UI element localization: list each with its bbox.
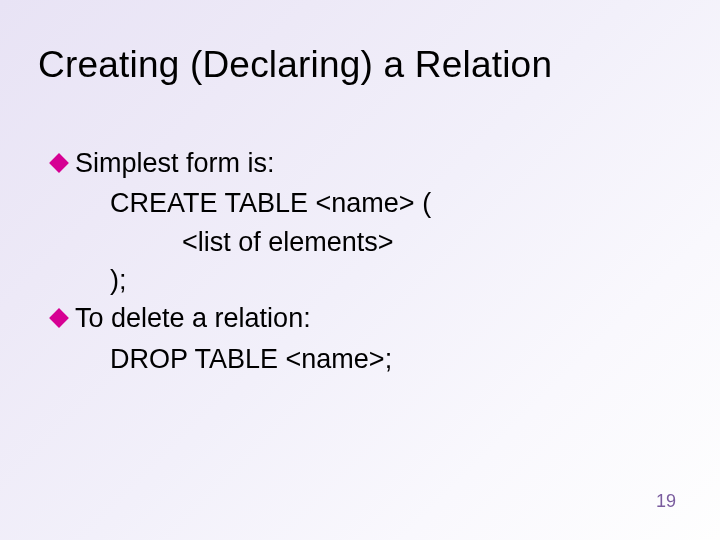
code-line: <list of elements> — [52, 223, 670, 261]
slide-title: Creating (Declaring) a Relation — [38, 44, 682, 86]
bullet-item: Simplest form is: — [52, 144, 670, 182]
diamond-bullet-icon — [49, 308, 69, 328]
slide: Creating (Declaring) a Relation Simplest… — [0, 0, 720, 540]
code-line: DROP TABLE <name>; — [52, 340, 670, 378]
code-line: CREATE TABLE <name> ( — [52, 184, 670, 222]
bullet-item: To delete a relation: — [52, 299, 670, 337]
page-number: 19 — [656, 491, 676, 512]
bullet-text: To delete a relation: — [75, 299, 311, 337]
slide-body: Simplest form is: CREATE TABLE <name> ( … — [52, 144, 670, 378]
diamond-bullet-icon — [49, 153, 69, 173]
code-line: ); — [52, 261, 670, 299]
bullet-text: Simplest form is: — [75, 144, 275, 182]
